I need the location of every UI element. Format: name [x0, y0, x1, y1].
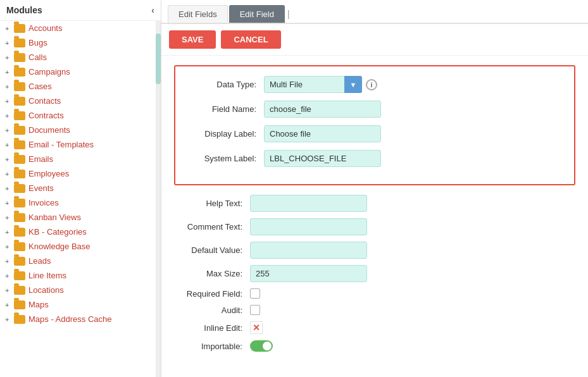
toolbar: SAVE CANCEL — [161, 24, 588, 56]
audit-checkbox[interactable] — [250, 305, 260, 315]
display-label-label: Display Label: — [188, 129, 264, 139]
system-label-label: System Label: — [188, 154, 264, 163]
sidebar-item[interactable]: + Knowledge Base — [0, 239, 161, 254]
info-icon[interactable]: i — [366, 79, 377, 90]
inline-edit-checkbox[interactable]: ✕ — [250, 321, 263, 334]
comment-text-input[interactable] — [250, 218, 367, 235]
required-field-label: Required Field: — [174, 289, 250, 299]
sidebar-item[interactable]: + Campaigns — [0, 65, 161, 79]
expand-icon: + — [5, 127, 13, 134]
sidebar-item-label: KB - Categories — [28, 227, 87, 237]
sidebar-item[interactable]: + Contacts — [0, 94, 161, 108]
field-name-input[interactable] — [264, 101, 381, 118]
sidebar-item[interactable]: + Cases — [0, 79, 161, 94]
sidebar-item-label: Locations — [28, 285, 64, 295]
sidebar-item-label: Maps - Address Cache — [28, 314, 112, 324]
sidebar-item-label: Accounts — [28, 23, 62, 33]
folder-icon — [14, 228, 25, 237]
tab-divider: | — [287, 9, 290, 19]
folder-icon — [14, 257, 25, 266]
sidebar-item-label: Email - Templates — [28, 140, 94, 149]
sidebar-item[interactable]: + Bugs — [0, 35, 161, 50]
folder-icon — [14, 184, 25, 193]
importable-label: Importable: — [174, 342, 250, 351]
sidebar-item[interactable]: + Calls — [0, 50, 161, 65]
system-label-row: System Label: — [188, 150, 561, 167]
sidebar-item-label: Line Items — [28, 271, 66, 280]
importable-toggle[interactable] — [250, 340, 273, 352]
default-value-row: Default Value: — [174, 242, 575, 259]
expand-icon: + — [5, 39, 13, 47]
sidebar: Modules ‹ + Accounts + Bugs + Calls + Ca… — [0, 0, 161, 377]
sidebar-item[interactable]: + Invoices — [0, 195, 161, 210]
help-text-input[interactable] — [250, 195, 367, 212]
expand-icon: + — [5, 83, 13, 90]
system-label-input[interactable] — [264, 150, 381, 167]
sidebar-scroll: + Accounts + Bugs + Calls + Campaigns + … — [0, 21, 161, 326]
sidebar-item-label: Calls — [28, 53, 47, 62]
expand-icon: + — [5, 199, 13, 207]
folder-icon — [14, 39, 25, 47]
tab-edit-fields[interactable]: Edit Fields — [168, 5, 228, 23]
cancel-button[interactable]: CANCEL — [221, 30, 280, 49]
expand-icon: + — [5, 301, 13, 309]
sidebar-item-label: Kanban Views — [28, 213, 81, 222]
max-size-input[interactable] — [250, 265, 367, 282]
expand-icon: + — [5, 316, 13, 323]
sidebar-item[interactable]: + Emails — [0, 152, 161, 166]
folder-icon — [14, 199, 25, 207]
inline-edit-label: Inline Edit: — [174, 323, 250, 333]
expand-icon: + — [5, 141, 13, 149]
required-field-checkbox[interactable] — [250, 288, 260, 299]
display-label-input[interactable] — [264, 125, 381, 142]
expand-icon: + — [5, 243, 13, 250]
default-value-input[interactable] — [250, 242, 367, 259]
sidebar-item[interactable]: + Line Items — [0, 268, 161, 283]
sidebar-item-label: Invoices — [28, 198, 59, 207]
folder-icon — [14, 24, 25, 33]
sidebar-item[interactable]: + Kanban Views — [0, 210, 161, 225]
expand-icon: + — [5, 97, 13, 105]
sidebar-item[interactable]: + KB - Categories — [0, 225, 161, 239]
sidebar-item[interactable]: + Employees — [0, 166, 161, 181]
sidebar-item[interactable]: + Leads — [0, 254, 161, 268]
sidebar-item[interactable]: + Events — [0, 181, 161, 195]
expand-icon: + — [5, 287, 13, 294]
sidebar-item[interactable]: + Locations — [0, 283, 161, 297]
comment-text-row: Comment Text: — [174, 218, 575, 235]
folder-icon — [14, 140, 25, 149]
sidebar-item[interactable]: + Accounts — [0, 21, 161, 35]
max-size-label: Max Size: — [174, 269, 250, 278]
importable-row: Importable: — [174, 340, 575, 352]
required-fields-section: Data Type: Multi File ▼ i Field Name: — [174, 65, 575, 185]
sidebar-item-label: Leads — [28, 256, 51, 266]
default-value-label: Default Value: — [174, 245, 250, 255]
folder-icon — [14, 111, 25, 120]
sidebar-item-label: Emails — [28, 154, 53, 164]
expand-icon: + — [5, 170, 13, 178]
sidebar-item-label: Campaigns — [28, 67, 70, 77]
save-button[interactable]: SAVE — [169, 30, 216, 49]
sidebar-item[interactable]: + Documents — [0, 123, 161, 137]
sidebar-item-label: Knowledge Base — [28, 242, 91, 251]
scrollbar-thumb[interactable] — [156, 34, 161, 84]
sidebar-item-label: Cases — [28, 82, 52, 91]
expand-icon: + — [5, 214, 13, 221]
sidebar-item[interactable]: + Email - Templates — [0, 137, 161, 152]
main-content: Edit Fields Edit Field | SAVE CANCEL Dat… — [161, 0, 588, 377]
sidebar-item[interactable]: + Contracts — [0, 108, 161, 123]
folder-icon — [14, 68, 25, 77]
field-name-label: Field Name: — [188, 104, 264, 114]
sidebar-collapse-button[interactable]: ‹ — [151, 5, 154, 15]
sidebar-item[interactable]: + Maps — [0, 297, 161, 312]
sidebar-item[interactable]: + Maps - Address Cache — [0, 312, 161, 326]
sidebar-item-label: Contracts — [28, 111, 64, 120]
audit-label: Audit: — [174, 306, 250, 315]
data-type-select[interactable]: Multi File — [264, 76, 362, 93]
help-text-label: Help Text: — [174, 199, 250, 208]
sidebar-item-label: Events — [28, 183, 54, 193]
sidebar-title: Modules — [6, 5, 42, 15]
comment-text-label: Comment Text: — [174, 222, 250, 232]
folder-icon — [14, 271, 25, 280]
tab-edit-field[interactable]: Edit Field — [229, 5, 285, 23]
